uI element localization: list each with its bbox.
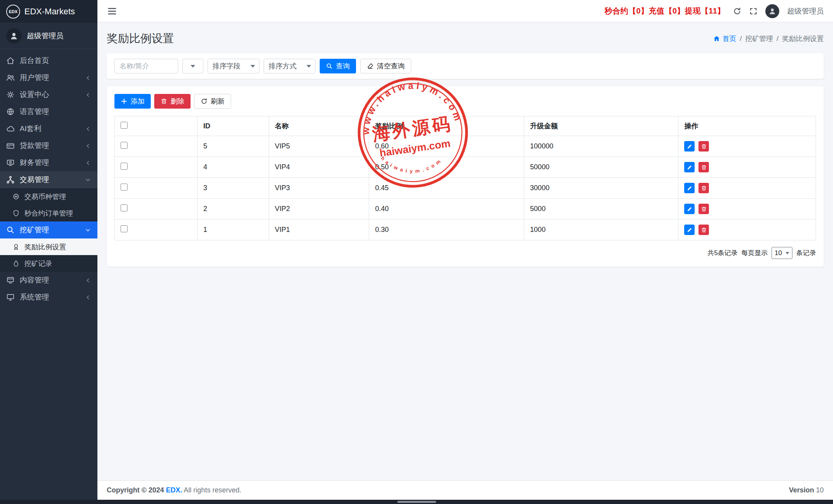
delete-button[interactable]: 删除 <box>154 94 191 109</box>
sidebar-item-label: 挖矿管理 <box>20 225 49 235</box>
brand-logo-icon: EDX <box>6 5 20 19</box>
row-checkbox[interactable] <box>121 142 128 149</box>
row-checkbox[interactable] <box>121 225 128 232</box>
refresh-button-label: 刷新 <box>211 97 225 106</box>
row-delete-button[interactable] <box>698 162 709 172</box>
row-delete-button[interactable] <box>698 183 709 193</box>
sidebar-item-finance[interactable]: 财务管理 <box>0 154 97 171</box>
row-delete-button[interactable] <box>698 141 709 152</box>
bottom-bar <box>0 500 833 504</box>
version: Version 10 <box>789 486 824 494</box>
edit-button[interactable] <box>684 141 695 152</box>
sort-order-label: 排序方式 <box>269 61 296 71</box>
trade-submenu: 交易币种管理 秒合约订单管理 <box>0 188 97 221</box>
column-header-amount[interactable]: 升级金额 <box>524 116 678 136</box>
query-button[interactable]: 查询 <box>320 59 356 73</box>
content: 排序字段 排序方式 查询 清空查询 添加 <box>97 53 833 267</box>
column-header-id[interactable]: ID <box>198 116 269 136</box>
chevron-down-icon <box>85 227 91 233</box>
topbar-user-name[interactable]: 超级管理员 <box>787 6 824 16</box>
footer-brand-link[interactable]: EDX. <box>166 486 182 494</box>
sort-field-label: 排序字段 <box>213 61 240 71</box>
cell-ratio: 0.40 <box>369 199 524 220</box>
sidebar-item-ai-arbitrage[interactable]: AI套利 <box>0 120 97 137</box>
search-icon <box>6 226 15 234</box>
home-icon <box>713 35 720 42</box>
sidebar-item-mining-records[interactable]: 挖矿记录 <box>0 255 97 272</box>
column-header-name[interactable]: 名称 <box>269 116 369 136</box>
row-checkbox[interactable] <box>121 184 128 191</box>
sidebar-item-label: 奖励比例设置 <box>24 242 66 252</box>
sidebar-item-users[interactable]: 用户管理 <box>0 69 97 86</box>
pending-counters[interactable]: 秒合约【0】充值【0】提现【11】 <box>605 6 725 16</box>
user-avatar-icon <box>6 28 22 44</box>
edit-button[interactable] <box>684 225 695 235</box>
sidebar-item-label: 交易币种管理 <box>24 192 66 201</box>
refresh-icon[interactable] <box>733 7 741 15</box>
cell-amount: 50000 <box>524 157 678 178</box>
table-card: 添加 删除 刷新 ID <box>107 86 824 267</box>
sidebar-item-loans[interactable]: 贷款管理 <box>0 137 97 154</box>
topbar-avatar[interactable] <box>765 4 779 18</box>
sidebar-item-mining[interactable]: 挖矿管理 <box>0 221 97 238</box>
search-input[interactable] <box>114 59 178 73</box>
sidebar-user-panel: 超级管理员 <box>0 23 97 49</box>
cell-amount: 30000 <box>524 178 678 199</box>
row-checkbox[interactable] <box>121 204 128 211</box>
chevron-down-icon <box>250 65 255 68</box>
cell-id: 5 <box>198 136 269 157</box>
fullscreen-icon[interactable] <box>749 7 758 15</box>
sort-order-select[interactable]: 排序方式 <box>264 59 315 73</box>
users-icon <box>6 73 15 82</box>
brand[interactable]: EDX EDX-Markets <box>0 0 97 23</box>
sidebar-item-label: 内容管理 <box>20 275 49 285</box>
sidebar-item-dashboard[interactable]: 后台首页 <box>0 52 97 69</box>
chevron-left-icon <box>85 126 91 132</box>
select-all-checkbox[interactable] <box>121 122 128 129</box>
chevron-down-icon <box>785 252 789 254</box>
chevron-down-icon <box>307 65 311 68</box>
bottom-bar-handle[interactable] <box>397 501 436 503</box>
sidebar-item-label: 系统管理 <box>20 292 49 302</box>
field-select[interactable] <box>182 59 203 73</box>
version-value: 10 <box>816 486 824 494</box>
table-row: 1 VIP1 0.30 1000 <box>115 220 816 240</box>
refresh-button[interactable]: 刷新 <box>194 94 231 109</box>
per-page-select[interactable]: 10 <box>772 247 792 259</box>
sidebar-item-reward-ratio[interactable]: 奖励比例设置 <box>0 238 97 255</box>
sort-field-select[interactable]: 排序字段 <box>208 59 259 73</box>
cell-id: 1 <box>198 220 269 240</box>
row-delete-button[interactable] <box>698 225 709 235</box>
sidebar-item-system[interactable]: 系统管理 <box>0 289 97 306</box>
cell-amount: 1000 <box>524 220 678 240</box>
table-row: 4 VIP4 0.50 50000 <box>115 157 816 178</box>
navbar-right: 秒合约【0】充值【0】提现【11】 超级管理员 <box>605 4 824 18</box>
sidebar-item-trade-coins[interactable]: 交易币种管理 <box>0 188 97 205</box>
edit-button[interactable] <box>684 204 695 214</box>
breadcrumb-home-link[interactable]: 首页 <box>713 34 736 43</box>
sidebar-item-content[interactable]: 内容管理 <box>0 272 97 289</box>
credit-card-icon <box>6 141 15 150</box>
search-icon <box>326 63 333 70</box>
column-header-ratio[interactable]: 奖励比例 <box>369 116 524 136</box>
row-checkbox[interactable] <box>121 163 128 170</box>
chevron-left-icon <box>85 160 91 166</box>
sidebar-item-language[interactable]: 语言管理 <box>0 103 97 120</box>
sidebar-item-contract-orders[interactable]: 秒合约订单管理 <box>0 205 97 221</box>
clear-query-button[interactable]: 清空查询 <box>360 59 411 73</box>
row-delete-button[interactable] <box>698 204 709 214</box>
page-footer: Copyright © 2024 EDX. All rights reserve… <box>97 480 833 500</box>
edit-button[interactable] <box>684 162 695 172</box>
sidebar-item-settings[interactable]: 设置中心 <box>0 86 97 103</box>
eraser-icon <box>367 63 374 70</box>
edit-button[interactable] <box>684 183 695 193</box>
rights-text: All rights reserved. <box>184 486 241 494</box>
delete-button-label: 删除 <box>170 97 184 106</box>
add-button[interactable]: 添加 <box>114 94 151 109</box>
sidebar-item-label: 语言管理 <box>20 107 49 117</box>
cell-id: 4 <box>198 157 269 178</box>
chevron-down-icon <box>85 177 91 183</box>
sidebar-item-trade[interactable]: 交易管理 <box>0 171 97 188</box>
copyright: Copyright © 2024 EDX. All rights reserve… <box>107 486 241 494</box>
hamburger-menu-icon[interactable] <box>107 6 118 17</box>
